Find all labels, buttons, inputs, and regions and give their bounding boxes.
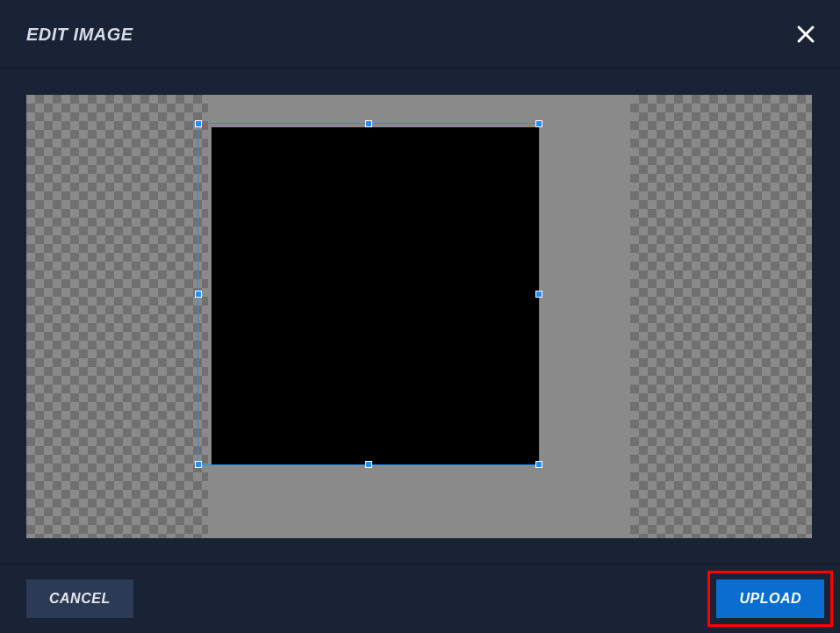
crop-handle-right-center[interactable] xyxy=(536,291,542,297)
dialog-header: EDIT IMAGE xyxy=(0,0,840,68)
crop-handle-bottom-left[interactable] xyxy=(196,462,201,467)
crop-handle-top-center[interactable] xyxy=(366,121,371,126)
image-editor-canvas[interactable] xyxy=(26,95,812,538)
transparency-checker-left xyxy=(26,95,208,538)
close-icon xyxy=(796,25,815,44)
crop-selection[interactable] xyxy=(197,123,540,465)
crop-handle-top-right[interactable] xyxy=(536,121,542,126)
cancel-button[interactable]: CANCEL xyxy=(26,579,133,618)
upload-button[interactable]: UPLOAD xyxy=(716,579,824,618)
transparency-checker-right xyxy=(630,95,812,538)
crop-handle-top-left[interactable] xyxy=(196,121,201,126)
crop-preview xyxy=(212,127,539,464)
crop-handle-bottom-right[interactable] xyxy=(536,462,542,467)
crop-handle-bottom-center[interactable] xyxy=(366,462,371,467)
crop-handle-left-center[interactable] xyxy=(196,291,201,297)
upload-highlight-frame: UPLOAD xyxy=(707,571,833,627)
dialog-title: EDIT IMAGE xyxy=(26,24,133,44)
close-button[interactable] xyxy=(796,25,815,44)
dialog-footer: CANCEL UPLOAD xyxy=(0,564,840,633)
